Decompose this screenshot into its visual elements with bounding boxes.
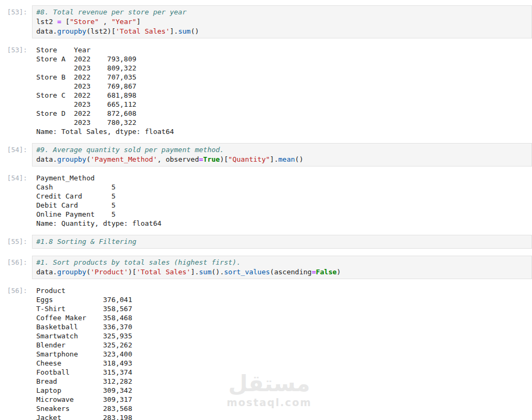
code-text: #1.8 Sorting & Filtering	[36, 237, 528, 247]
code-token-plain: data.	[36, 27, 57, 35]
code-token-keyword: True	[203, 155, 220, 163]
input-prompt: [56]:	[0, 256, 32, 267]
code-token-string: "Store"	[70, 18, 99, 26]
code-token-plain: (ascending	[270, 268, 311, 276]
code-token-plain: lst2	[36, 18, 57, 26]
code-token-method: sum	[178, 27, 190, 35]
code-text: #8. Total revenue per store per yearlst2…	[36, 7, 528, 36]
code-token-plain: )	[337, 268, 341, 276]
cell-output-text: Store Year Store A 2022 793,809 2023 809…	[36, 45, 532, 136]
code-token-plain: ().	[212, 268, 224, 276]
code-token-string: 'Total Sales'	[136, 268, 191, 276]
code-editor[interactable]: #8. Total revenue per store per yearlst2…	[32, 5, 532, 38]
input-prompt: [55]:	[0, 235, 32, 247]
code-token-method: groupby	[57, 268, 86, 276]
cell-output: Store Year Store A 2022 793,809 2023 809…	[32, 45, 532, 136]
code-token-operator: =	[199, 155, 203, 163]
code-cell-input-row: [56]:#1. Sort products by total sales (h…	[0, 256, 532, 279]
code-cell-input-row: [55]:#1.8 Sorting & Filtering	[0, 235, 532, 249]
code-token-plain: ()	[191, 27, 199, 35]
code-text: #1. Sort products by total sales (highes…	[36, 258, 528, 277]
code-token-plain: (	[86, 155, 91, 163]
code-token-plain: ,	[99, 18, 111, 26]
code-token-plain: ()	[295, 155, 303, 163]
cell-output-text: Product Eggs 376,041 T-Shirt 358,567 Cof…	[36, 286, 532, 420]
code-token-method: sort_values	[224, 268, 270, 276]
output-prompt: [53]:	[0, 45, 32, 54]
code-token-keyword: False	[316, 268, 336, 276]
notebook: [53]:#8. Total revenue per store per yea…	[0, 0, 532, 420]
code-token-plain: [	[61, 18, 70, 26]
output-prompt: [54]:	[0, 173, 32, 183]
code-token-plain: ].	[170, 27, 178, 35]
code-token-method: sum	[199, 268, 211, 276]
code-editor[interactable]: #1.8 Sorting & Filtering	[32, 235, 532, 249]
cell-output-row: [56]:Product Eggs 376,041 T-Shirt 358,56…	[0, 286, 532, 420]
code-token-plain: (lst2)[	[86, 27, 116, 35]
code-token-plain: ].	[270, 155, 278, 163]
code-editor[interactable]: #1. Sort products by total sales (highes…	[32, 256, 532, 279]
code-token-plain: data.	[36, 155, 57, 163]
cell-output-text: Payment_Method Cash 5 Credit Card 5 Debi…	[36, 173, 532, 228]
code-token-method: groupby	[57, 155, 86, 163]
code-token-method: mean	[278, 155, 295, 163]
code-token-plain: , observed	[157, 155, 199, 163]
code-token-comment: #8. Total revenue per store per year	[36, 8, 187, 16]
code-token-method: groupby	[57, 27, 86, 35]
cell-output: Payment_Method Cash 5 Credit Card 5 Debi…	[32, 173, 532, 228]
cell-output-row: [53]:Store Year Store A 2022 793,809 202…	[0, 45, 532, 136]
input-prompt: [54]:	[0, 143, 32, 155]
output-prompt: [56]:	[0, 286, 32, 295]
code-token-plain: (	[86, 268, 91, 276]
code-token-operator: =	[57, 18, 61, 26]
cell-output: Product Eggs 376,041 T-Shirt 358,567 Cof…	[32, 286, 532, 420]
code-token-comment: #1. Sort products by total sales (highes…	[36, 258, 241, 266]
code-text: #9. Average quantity sold per payment me…	[36, 145, 528, 164]
code-token-string: "Year"	[111, 18, 136, 26]
input-prompt: [53]:	[0, 5, 32, 17]
code-token-comment: #9. Average quantity sold per payment me…	[36, 146, 224, 154]
code-cell-input-row: [54]:#9. Average quantity sold per payme…	[0, 143, 532, 167]
code-token-plain: ]	[136, 18, 141, 26]
code-token-comment: #1.8 Sorting & Filtering	[36, 237, 136, 245]
code-token-string: 'Payment_Method'	[91, 155, 157, 163]
code-token-string: 'Product'	[91, 268, 128, 276]
code-token-string: "Quantity"	[228, 155, 270, 163]
code-token-plain: )[	[220, 155, 228, 163]
code-cell-input-row: [53]:#8. Total revenue per store per yea…	[0, 5, 532, 38]
code-token-string: 'Total Sales'	[116, 27, 170, 35]
code-token-plain: )[	[128, 268, 136, 276]
code-editor[interactable]: #9. Average quantity sold per payment me…	[32, 143, 532, 167]
code-token-plain: ].	[191, 268, 199, 276]
cell-output-row: [54]:Payment_Method Cash 5 Credit Card 5…	[0, 173, 532, 228]
code-token-plain: data.	[36, 268, 57, 276]
